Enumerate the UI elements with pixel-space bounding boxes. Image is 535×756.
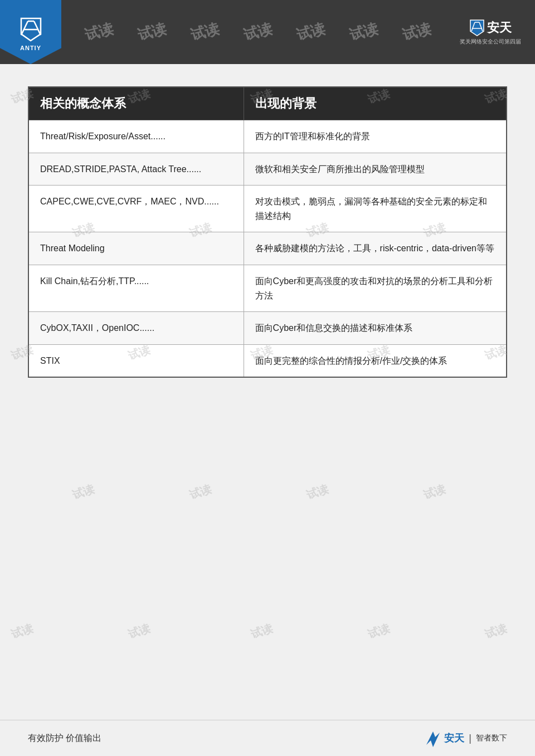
table-cell-right: 西方的IT管理和标准化的背景 [244, 120, 507, 153]
bwm-19: 试读 [9, 621, 36, 642]
antiy-logo-icon [16, 13, 46, 43]
table-cell-left: CybOX,TAXII，OpenIOC...... [28, 312, 244, 345]
bwm-18: 试读 [422, 481, 448, 503]
table-cell-right: 面向Cyber和更高强度的攻击和对抗的场景的分析工具和分析方法 [244, 265, 507, 311]
header-wm-2: 试读 [135, 19, 168, 45]
footer-separator: | [469, 733, 471, 744]
bwm-15: 试读 [71, 481, 97, 503]
bwm-20: 试读 [127, 621, 153, 642]
bwm-23: 试读 [483, 621, 509, 642]
svg-line-3 [34, 21, 41, 35]
bwm-17: 试读 [305, 481, 331, 503]
table-row: STIX面向更完整的综合性的情报分析/作业/交换的体系 [28, 344, 507, 377]
table-row: Threat Modeling各种威胁建模的方法论，工具，risk-centri… [28, 232, 507, 265]
footer-antiy-icon [424, 729, 442, 747]
table-row: Threat/Risk/Exposure/Asset......西方的IT管理和… [28, 120, 507, 153]
table-cell-right: 面向Cyber和信息交换的描述和标准体系 [244, 312, 507, 345]
antiy-shield-small [469, 19, 485, 37]
table-cell-right: 面向更完整的综合性的情报分析/作业/交换的体系 [244, 344, 507, 377]
header-right-subtitle: 奖关网络安全公司第四届 [460, 38, 521, 46]
footer-slogan: 智者数下 [476, 733, 507, 743]
main-content: 相关的概念体系 出现的背景 Threat/Risk/Exposure/Asset… [0, 64, 535, 394]
table-cell-right: 微软和相关安全厂商所推出的风险管理模型 [244, 153, 507, 186]
header-logo-text: ANTIY [20, 45, 41, 51]
header-wm-4: 试读 [241, 19, 274, 45]
col2-header: 出现的背景 [244, 87, 507, 120]
table-row: CAPEC,CWE,CVE,CVRF，MAEC，NVD......对攻击模式，脆… [28, 186, 507, 232]
antiy-name-right: 安天 [487, 19, 512, 36]
table-cell-left: CAPEC,CWE,CVE,CVRF，MAEC，NVD...... [28, 186, 244, 232]
header-bar: ANTIY 试读 试读 试读 试读 试读 试读 试读 安天 奖关网络安全公司第四… [0, 0, 535, 64]
bwm-16: 试读 [188, 481, 214, 503]
bwm-22: 试读 [366, 621, 392, 642]
header-watermarks: 试读 试读 试读 试读 试读 试读 试读 [61, 22, 454, 42]
footer-logo-small: 安天 [424, 729, 464, 747]
data-table: 相关的概念体系 出现的背景 Threat/Risk/Exposure/Asset… [28, 86, 507, 378]
header-wm-3: 试读 [188, 19, 221, 45]
table-cell-right: 各种威胁建模的方法论，工具，risk-centric，data-driven等等 [244, 232, 507, 265]
table-cell-right: 对攻击模式，脆弱点，漏洞等各种基础的安全元素的标定和描述结构 [244, 186, 507, 232]
table-row: DREAD,STRIDE,PASTA, Attack Tree......微软和… [28, 153, 507, 186]
table-cell-left: STIX [28, 344, 244, 377]
header-right-logo-top: 安天 [469, 19, 512, 37]
bwm-21: 试读 [249, 621, 275, 642]
header-wm-5: 试读 [294, 19, 327, 45]
header-right-logo: 安天 奖关网络安全公司第四届 [454, 10, 527, 55]
footer-left-text: 有效防护 价值输出 [28, 733, 101, 744]
header-wm-7: 试读 [400, 19, 433, 45]
table-row: Kill Chain,钻石分析,TTP......面向Cyber和更高强度的攻击… [28, 265, 507, 311]
header-wm-1: 试读 [82, 19, 115, 45]
svg-marker-10 [426, 731, 440, 747]
svg-line-2 [21, 21, 28, 35]
table-cell-left: Kill Chain,钻石分析,TTP...... [28, 265, 244, 311]
table-row: CybOX,TAXII，OpenIOC......面向Cyber和信息交换的描述… [28, 312, 507, 345]
table-cell-left: DREAD,STRIDE,PASTA, Attack Tree...... [28, 153, 244, 186]
table-cell-left: Threat/Risk/Exposure/Asset...... [28, 120, 244, 153]
table-cell-left: Threat Modeling [28, 232, 244, 265]
footer-right: 安天 | 智者数下 [424, 729, 507, 747]
footer: 有效防护 价值输出 安天 | 智者数下 [0, 720, 535, 756]
header-wm-6: 试读 [347, 19, 380, 45]
col1-header: 相关的概念体系 [28, 87, 244, 120]
header-logo-box: ANTIY [0, 0, 61, 64]
footer-antiy-text: 安天 [444, 731, 464, 745]
